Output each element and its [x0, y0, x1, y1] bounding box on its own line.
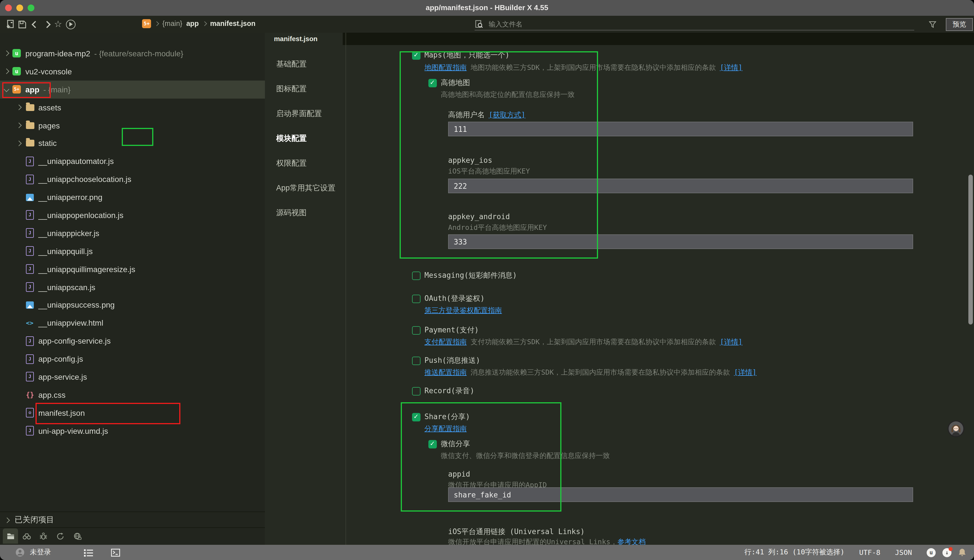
- closed-projects-row[interactable]: 已关闭项目: [0, 513, 265, 527]
- payment-checkbox[interactable]: [412, 326, 420, 334]
- assistant-avatar[interactable]: [947, 420, 964, 437]
- tree-row-file[interactable]: J uni-app-view.umd.js: [0, 422, 265, 440]
- save-icon[interactable]: [17, 19, 27, 29]
- file-name: app-config-service.js: [38, 336, 111, 345]
- file-search-input[interactable]: [487, 20, 884, 28]
- tree-row-folder[interactable]: pages: [0, 116, 265, 134]
- appkey-ios-field[interactable]: [448, 178, 913, 193]
- tree-row-project-selected[interactable]: 5+ app- {main}: [0, 80, 265, 98]
- breadcrumb-file[interactable]: manifest.json: [210, 20, 255, 28]
- share-checkbox[interactable]: [412, 413, 420, 421]
- file-search-box[interactable]: [475, 18, 914, 30]
- menu-item-app-other-settings[interactable]: App常用其它设置: [265, 176, 345, 200]
- cursor-position[interactable]: 行:41 列:16 (10字符被选择): [744, 548, 845, 557]
- tree-row-file[interactable]: J __uniapppicker.js: [0, 224, 265, 242]
- tree-row-file[interactable]: J app-config-service.js: [0, 332, 265, 350]
- chevron-right-icon[interactable]: [16, 140, 22, 146]
- tree-row-file[interactable]: J __uniappopenlocation.js: [0, 206, 265, 224]
- tree-row-file[interactable]: J __uniappscan.js: [0, 278, 265, 296]
- menu-item-icon-config[interactable]: 图标配置: [265, 77, 345, 102]
- image-file-icon: [26, 302, 34, 309]
- tree-row-file[interactable]: J __uniappautomator.js: [0, 152, 265, 170]
- oauth-guide-link[interactable]: 第三方登录鉴权配置指南: [424, 306, 502, 315]
- chevron-down-icon[interactable]: [4, 87, 9, 92]
- wechat-share-checkbox[interactable]: [429, 440, 437, 448]
- menu-item-source-view[interactable]: 源码视图: [265, 200, 345, 225]
- login-status[interactable]: 未登录: [30, 548, 51, 557]
- tab-manifest-json[interactable]: manifest.json: [265, 33, 343, 45]
- tree-row-file[interactable]: <> __uniappview.html: [0, 314, 265, 332]
- breadcrumb-project[interactable]: app: [186, 20, 199, 28]
- search-binoculars-icon[interactable]: [18, 533, 35, 540]
- notification-bell-icon[interactable]: [958, 548, 966, 557]
- gaode-map-checkbox[interactable]: [429, 78, 437, 87]
- sync-refresh-icon[interactable]: [52, 532, 69, 540]
- menu-item-basic-config[interactable]: 基础配置: [265, 52, 345, 77]
- gaode-user-input[interactable]: [449, 122, 912, 136]
- favorite-star-icon[interactable]: ☆: [53, 19, 63, 29]
- content-scrollbar[interactable]: [968, 175, 973, 325]
- messaging-checkbox[interactable]: [412, 271, 420, 280]
- menu-item-splash-config[interactable]: 启动界面配置: [265, 102, 345, 126]
- tree-row-folder[interactable]: static: [0, 134, 265, 152]
- appkey-android-label-row: appkey_android: [448, 212, 510, 221]
- tree-row-file[interactable]: {} app.css: [0, 386, 265, 404]
- chevron-right-icon[interactable]: [4, 51, 9, 56]
- gaode-user-howto-link[interactable]: [获取方式]: [489, 110, 525, 120]
- maps-guide-link[interactable]: 地图配置指南: [424, 63, 467, 73]
- encoding-indicator[interactable]: UTF-8: [859, 548, 881, 557]
- uniapp-project-icon: u: [12, 67, 21, 76]
- menu-item-permission-config[interactable]: 权限配置: [265, 151, 345, 176]
- appid-input[interactable]: [449, 488, 912, 502]
- appkey-android-input[interactable]: [449, 235, 912, 248]
- debug-bug-icon[interactable]: [35, 532, 52, 540]
- tree-row-project[interactable]: u program-idea-mp2- {feature/search-modu…: [0, 45, 265, 63]
- payment-detail-link[interactable]: [详情]: [720, 337, 742, 347]
- task-list-icon[interactable]: [84, 548, 93, 556]
- appkey-ios-input[interactable]: [449, 179, 912, 193]
- js-file-icon: J: [26, 372, 34, 382]
- new-file-icon[interactable]: [5, 19, 15, 29]
- tree-row-file[interactable]: J app-service.js: [0, 368, 265, 386]
- user-avatar-icon[interactable]: [15, 548, 25, 557]
- menu-item-module-config[interactable]: 模块配置: [265, 126, 345, 151]
- appkey-ios-desc: iOS平台高德地图应用KEY: [448, 167, 530, 176]
- tree-row-file-manifest[interactable]: ⚙ manifest.json: [0, 404, 265, 422]
- gaode-user-field[interactable]: [448, 122, 913, 136]
- tree-row-folder[interactable]: assets: [0, 98, 265, 116]
- push-checkbox[interactable]: [412, 356, 420, 365]
- explorer-tab-icon[interactable]: [3, 528, 18, 544]
- run-icon[interactable]: [65, 19, 75, 29]
- filetype-indicator[interactable]: JSON: [895, 548, 912, 557]
- globe-cloud-icon[interactable]: [69, 532, 86, 540]
- tree-row-file[interactable]: J __uniappquill.js: [0, 242, 265, 260]
- uni-chat-icon[interactable]: u: [927, 548, 936, 557]
- forward-icon[interactable]: [42, 19, 52, 29]
- preview-button[interactable]: 预览: [946, 18, 973, 31]
- tree-row-file[interactable]: __uniapperror.png: [0, 188, 265, 206]
- payment-guide-link[interactable]: 支付配置指南: [424, 337, 467, 347]
- push-guide-link[interactable]: 推送配置指南: [424, 368, 467, 377]
- tree-row-file[interactable]: J __uniappquillimageresize.js: [0, 260, 265, 278]
- update-notification-icon[interactable]: ↓: [942, 548, 951, 557]
- record-checkbox[interactable]: [412, 387, 420, 395]
- tree-row-file[interactable]: J app-config.js: [0, 350, 265, 368]
- maps-detail-link[interactable]: [详情]: [720, 63, 742, 73]
- appkey-android-field[interactable]: [448, 234, 913, 249]
- terminal-icon[interactable]: [111, 548, 120, 556]
- share-guide-link[interactable]: 分享配置指南: [424, 424, 467, 434]
- tree-row-file[interactable]: J __uniappchooselocation.js: [0, 170, 265, 188]
- tree-row-project[interactable]: u vu2-vconsole: [0, 63, 265, 80]
- chevron-right-icon[interactable]: [16, 123, 22, 128]
- tree-row-file[interactable]: __uniappsuccess.png: [0, 296, 265, 314]
- chevron-right-icon[interactable]: [16, 105, 22, 110]
- push-detail-link[interactable]: [详情]: [734, 368, 756, 377]
- appid-field[interactable]: [448, 487, 913, 502]
- share-module-row: Share(分享): [412, 412, 470, 422]
- filter-funnel-icon[interactable]: [929, 20, 936, 30]
- oauth-checkbox[interactable]: [412, 294, 420, 303]
- back-icon[interactable]: [30, 19, 40, 29]
- chevron-right-icon[interactable]: [4, 69, 9, 74]
- breadcrumb-branch[interactable]: {main}: [162, 20, 182, 28]
- maps-checkbox[interactable]: [412, 51, 420, 60]
